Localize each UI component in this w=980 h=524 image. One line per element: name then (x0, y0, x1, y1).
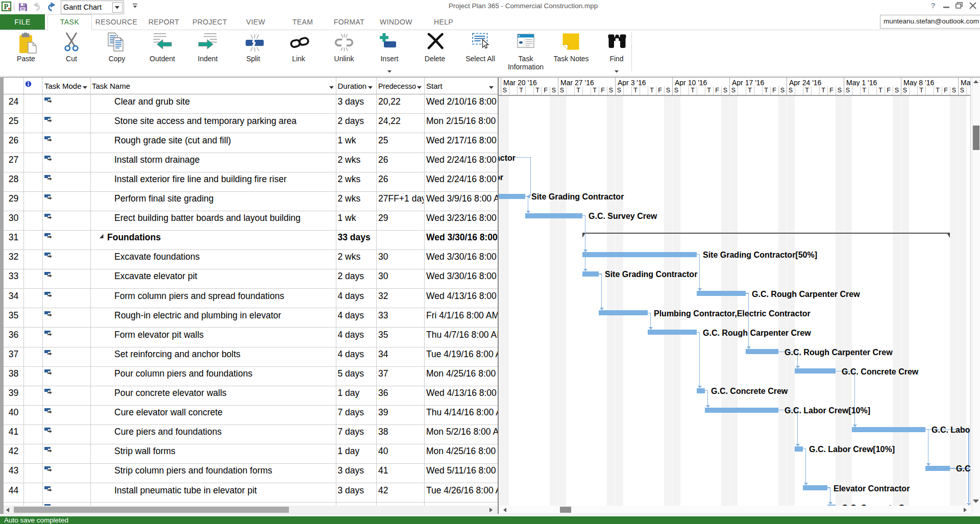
svg-text:P: P (4, 3, 9, 11)
